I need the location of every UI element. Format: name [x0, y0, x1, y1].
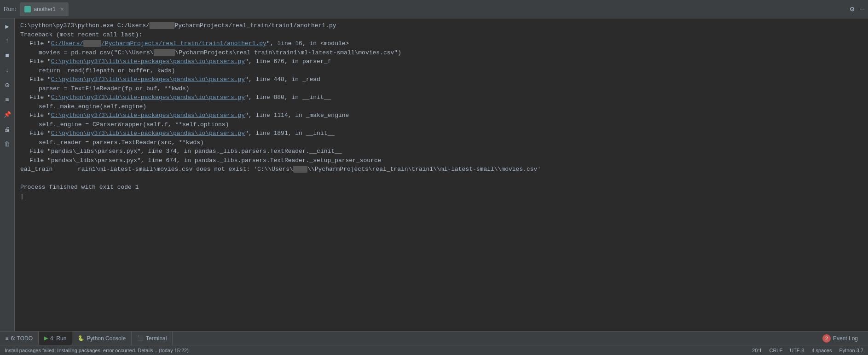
output-file8: File "pandas\_libs\parsers.pyx", line 67…	[29, 156, 862, 165]
event-log-label: Event Log	[833, 335, 858, 342]
file1-link[interactable]: C:/Users/█████/PycharmProjects/real_trai…	[51, 40, 266, 47]
language-version[interactable]: Python 3.7	[839, 348, 863, 353]
tab-close-button[interactable]: ×	[60, 6, 64, 13]
output-code2: return _read(filepath_or_buffer, kwds)	[39, 66, 862, 76]
status-bar: Install packages failed: Installing pack…	[0, 345, 868, 355]
output-code4: self._make_engine(self.engine)	[39, 102, 862, 111]
output-file5: File "C:\python\py373\lib\site-packages\…	[29, 111, 862, 120]
main-area: ▶ ↑ ■ ↓ ⊙ ≡ 📌 🖨 🗑 C:\python\py373\python…	[0, 18, 868, 331]
pin-button[interactable]: 📌	[1, 109, 13, 121]
output-code5: self._engine = CParserWrapper(self.f, **…	[39, 120, 862, 129]
output-command: C:\python\py373\python.exe C:/Users/████…	[20, 21, 862, 30]
output-process-exit: Process finished with exit code 1	[20, 183, 862, 192]
scroll-down-button[interactable]: ↓	[1, 64, 13, 76]
file3-link[interactable]: C:\python\py373\lib\site-packages\pandas…	[51, 76, 245, 83]
python-console-icon: 🐍	[78, 335, 84, 341]
run-label: Run:	[4, 6, 16, 12]
tab-python-icon	[24, 6, 31, 12]
terminal-icon: ⬛	[137, 335, 144, 341]
encoding[interactable]: UTF-8	[790, 348, 804, 353]
print-button[interactable]: 🖨	[1, 123, 13, 135]
scroll-up-button[interactable]: ↑	[1, 35, 13, 47]
top-bar: Run: another1 × ⚙ —	[0, 0, 868, 18]
output-file4: File "C:\python\py373\lib\site-packages\…	[29, 93, 862, 102]
minimize-icon[interactable]: —	[860, 5, 864, 13]
bottom-tabs: ≡ 6: TODO ▶ 4: Run 🐍 Python Console ⬛ Te…	[0, 331, 868, 345]
output-file1: File "C:/Users/█████/PycharmProjects/rea…	[29, 39, 862, 48]
output-error-message: eal_train rain1\ml-latest-small\movies.c…	[20, 165, 862, 174]
delete-button[interactable]: 🗑	[1, 138, 13, 150]
left-toolbar: ▶ ↑ ■ ↓ ⊙ ≡ 📌 🖨 🗑	[0, 18, 15, 331]
tab-run[interactable]: ▶ 4: Run	[39, 332, 72, 345]
output-file2: File "C:\python\py373\lib\site-packages\…	[29, 57, 862, 66]
event-log-badge: 2	[822, 334, 831, 343]
rerun-button[interactable]: ⊙	[1, 79, 13, 91]
todo-tab-label: 6: TODO	[11, 335, 33, 342]
output-area[interactable]: C:\python\py373\python.exe C:/Users/████…	[15, 18, 868, 331]
output-file3: File "C:\python\py373\lib\site-packages\…	[29, 75, 862, 84]
tab-label: another1	[34, 6, 55, 12]
line-ending[interactable]: CRLF	[769, 348, 782, 353]
file4-link[interactable]: C:\python\py373\lib\site-packages\pandas…	[51, 94, 245, 101]
output-code6: self._reader = parsers.TextReader(src, *…	[39, 138, 862, 147]
status-message: Install packages failed: Installing pack…	[5, 348, 189, 353]
output-code1: movies = pd.read_csv("C:\\Users\██████\P…	[39, 48, 862, 58]
cursor-position[interactable]: 20:1	[752, 348, 762, 353]
todo-icon: ≡	[6, 336, 8, 341]
run-tab-icon: ▶	[44, 335, 48, 341]
output-cursor	[20, 192, 862, 201]
output-traceback-header: Traceback (most recent call last):	[20, 30, 862, 40]
bottom-tabs-right: 2 Event Log	[817, 334, 868, 343]
file2-link[interactable]: C:\python\py373\lib\site-packages\pandas…	[51, 58, 245, 65]
tab-terminal[interactable]: ⬛ Terminal	[132, 332, 173, 345]
settings-icon[interactable]: ⚙	[850, 5, 855, 14]
tab-python-console[interactable]: 🐍 Python Console	[72, 332, 132, 345]
status-bar-right: 20:1 CRLF UTF-8 4 spaces Python 3.7	[752, 348, 863, 353]
top-bar-actions: ⚙ —	[850, 5, 864, 14]
indent-size[interactable]: 4 spaces	[811, 348, 832, 353]
output-code3: parser = TextFileReader(fp_or_buf, **kwd…	[39, 84, 862, 93]
stop-button[interactable]: ■	[1, 50, 13, 62]
file6-link[interactable]: C:\python\py373\lib\site-packages\pandas…	[51, 130, 245, 137]
output-file7: File "pandas\_libs\parsers.pyx", line 37…	[29, 147, 862, 156]
output-blank	[20, 174, 862, 183]
output-file6: File "C:\python\py373\lib\site-packages\…	[29, 129, 862, 138]
terminal-label: Terminal	[146, 335, 167, 342]
run-button[interactable]: ▶	[1, 20, 13, 32]
python-console-label: Python Console	[87, 335, 126, 342]
run-tab[interactable]: another1 ×	[20, 2, 69, 16]
event-log-tab[interactable]: 2 Event Log	[817, 334, 863, 343]
tab-todo[interactable]: ≡ 6: TODO	[0, 332, 39, 345]
file5-link[interactable]: C:\python\py373\lib\site-packages\pandas…	[51, 112, 245, 119]
filter-button[interactable]: ≡	[1, 94, 13, 106]
run-tab-label: 4: Run	[50, 335, 66, 342]
